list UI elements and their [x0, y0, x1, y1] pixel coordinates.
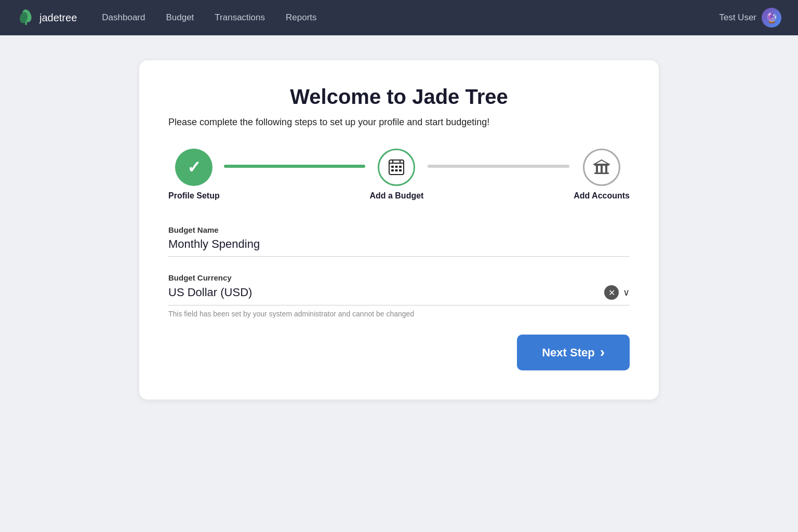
check-icon	[187, 157, 201, 177]
nav-link-transactions[interactable]: Transactions	[215, 12, 265, 23]
nav-link-reports[interactable]: Reports	[286, 12, 317, 23]
step-label-profile-setup: Profile Setup	[168, 191, 220, 201]
svg-rect-16	[601, 166, 603, 172]
next-step-label: Next Step	[542, 346, 594, 360]
svg-marker-13	[594, 160, 609, 164]
card-title: Welcome to Jade Tree	[168, 85, 630, 109]
svg-rect-14	[594, 164, 609, 166]
svg-rect-10	[391, 169, 394, 171]
svg-rect-7	[391, 166, 394, 168]
currency-controls: ✕ ∨	[604, 285, 630, 300]
step-profile-setup: Profile Setup	[168, 149, 220, 201]
nav-user-name: Test User	[719, 12, 756, 23]
svg-rect-11	[395, 169, 398, 171]
svg-rect-12	[399, 169, 402, 171]
next-step-button[interactable]: Next Step	[517, 335, 630, 370]
budget-currency-label: Budget Currency	[168, 273, 630, 282]
step-connector-2	[428, 165, 569, 168]
step-add-accounts: Add Accounts	[574, 149, 630, 201]
currency-clear-button[interactable]: ✕	[604, 285, 619, 300]
budget-name-label: Budget Name	[168, 225, 630, 234]
step-label-add-budget: Add a Budget	[369, 191, 423, 201]
budget-currency-value[interactable]: US Dollar (USD) ✕ ∨	[168, 285, 630, 305]
step-add-budget: Add a Budget	[369, 149, 423, 201]
budget-currency-hint: This field has been set by your system a…	[168, 310, 630, 318]
nav-link-budget[interactable]: Budget	[166, 12, 194, 23]
budget-icon	[387, 158, 406, 177]
card-subtitle: Please complete the following steps to s…	[168, 117, 630, 128]
bank-icon	[592, 158, 611, 177]
nav-link-dashboard[interactable]: Dashboard	[102, 12, 145, 23]
budget-currency-group: Budget Currency US Dollar (USD) ✕ ∨ This…	[168, 273, 630, 318]
svg-rect-9	[399, 166, 402, 168]
svg-rect-18	[594, 172, 609, 174]
step-connector-1	[224, 165, 366, 168]
form-actions: Next Step	[168, 335, 630, 370]
budget-currency-text: US Dollar (USD)	[168, 286, 252, 299]
setup-card: Welcome to Jade Tree Please complete the…	[139, 60, 659, 400]
avatar: 🔮	[762, 8, 781, 28]
step-circle-profile-setup	[175, 149, 212, 186]
nav-user[interactable]: Test User 🔮	[719, 8, 781, 28]
step-label-add-accounts: Add Accounts	[574, 191, 630, 201]
svg-rect-2	[25, 21, 27, 25]
brand[interactable]: jadetree	[17, 8, 77, 27]
budget-name-group: Budget Name Monthly Spending	[168, 225, 630, 257]
currency-chevron-icon[interactable]: ∨	[623, 287, 630, 298]
budget-name-text: Monthly Spending	[168, 237, 260, 251]
budget-name-value[interactable]: Monthly Spending	[168, 237, 630, 257]
step-circle-add-budget	[378, 149, 415, 186]
chevron-right-icon	[600, 345, 605, 360]
brand-name: jadetree	[39, 12, 77, 24]
step-circle-add-accounts	[583, 149, 620, 186]
svg-rect-8	[395, 166, 398, 168]
stepper: Profile Setup	[168, 149, 630, 201]
brand-logo	[17, 8, 35, 27]
main-content: Welcome to Jade Tree Please complete the…	[0, 35, 798, 424]
navbar: jadetree Dashboard Budget Transactions R…	[0, 0, 798, 35]
svg-rect-17	[605, 166, 607, 172]
svg-rect-15	[596, 166, 598, 172]
nav-links: Dashboard Budget Transactions Reports	[102, 12, 719, 23]
